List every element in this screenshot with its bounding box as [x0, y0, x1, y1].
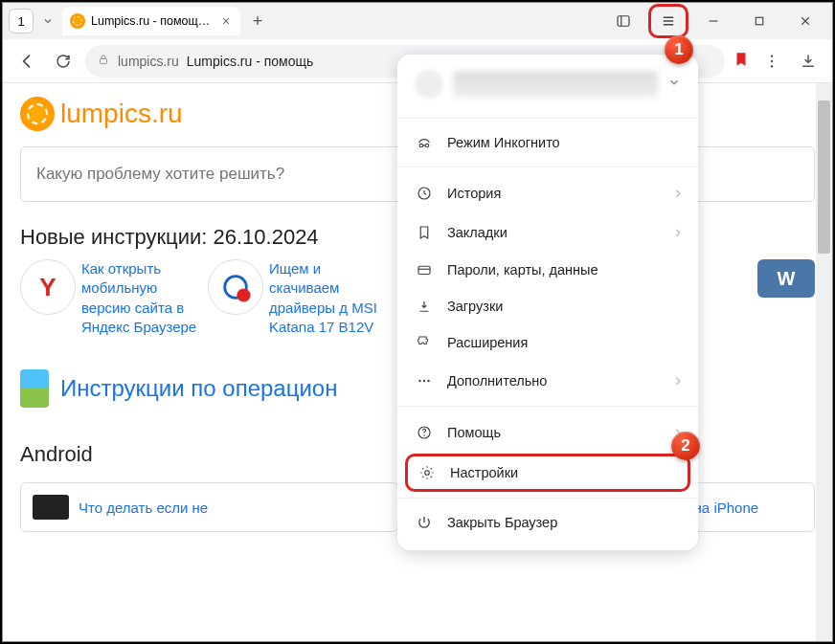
bookmark-icon: [415, 224, 434, 241]
history-icon: [415, 185, 434, 202]
downloads-button[interactable]: [794, 47, 823, 76]
chevron-right-icon: ›: [675, 370, 681, 390]
browser-tab[interactable]: Lumpics.ru - помощь с ×: [62, 7, 240, 35]
menu-label: Закладки: [447, 225, 508, 240]
tab-count[interactable]: 1: [9, 9, 34, 33]
scrollbar[interactable]: [816, 83, 832, 641]
svg-rect-9: [101, 58, 107, 63]
power-icon: [415, 514, 434, 531]
svg-point-15: [419, 144, 422, 146]
more-actions-button[interactable]: [757, 47, 786, 76]
menu-history[interactable]: История ›: [397, 173, 698, 212]
dots-icon: [415, 372, 434, 389]
logo-text: lumpics.ru: [60, 99, 183, 129]
new-tab-button[interactable]: +: [244, 8, 271, 34]
menu-label: Расширения: [447, 335, 528, 350]
menu-help[interactable]: Помощь ›: [397, 412, 698, 452]
svg-point-11: [771, 59, 773, 61]
menu-label: Режим Инкогнито: [447, 135, 560, 150]
profile-name-blurred: [453, 71, 658, 98]
os-link-text: Инструкции по операцион: [60, 375, 337, 402]
incognito-icon: [415, 134, 434, 151]
menu-label: Дополнительно: [447, 373, 547, 389]
callout-1: 1: [665, 35, 693, 64]
article-card[interactable]: Ищем и скачиваем драйверы д MSI Katana 1…: [208, 259, 390, 337]
menu-separator: [397, 167, 698, 167]
vk-button[interactable]: W: [757, 259, 815, 298]
help-icon: [415, 424, 434, 441]
menu-label: Загрузки: [447, 299, 503, 314]
menu-label: Настройки: [450, 465, 518, 480]
svg-point-21: [418, 379, 420, 381]
main-menu-button[interactable]: [655, 9, 682, 33]
bookmark-icon[interactable]: [733, 49, 750, 74]
callout-2: 2: [671, 432, 700, 460]
close-window-button[interactable]: [784, 4, 826, 38]
main-menu-dropdown: Режим Инкогнито История › Закладки › Пар…: [397, 55, 698, 550]
svg-point-25: [423, 434, 425, 436]
svg-point-14: [237, 288, 250, 301]
back-button[interactable]: [12, 47, 41, 76]
avatar-icon: [415, 70, 443, 99]
url-title: Lumpics.ru - помощь: [187, 54, 314, 69]
puzzle-icon: [415, 334, 434, 351]
minimize-button[interactable]: [692, 4, 734, 38]
article-thumb-icon: [33, 495, 69, 520]
menu-incognito[interactable]: Режим Инкогнито: [397, 124, 698, 161]
menu-more[interactable]: Дополнительно ›: [397, 361, 698, 400]
titlebar: 1 Lumpics.ru - помощь с × +: [3, 3, 832, 39]
article-link: Ищем и скачиваем драйверы д MSI Katana 1…: [269, 259, 390, 337]
reload-button[interactable]: [49, 47, 78, 76]
os-icon: [20, 369, 49, 408]
main-menu-highlight: [648, 4, 688, 38]
menu-label: История: [447, 186, 501, 201]
svg-rect-6: [756, 17, 763, 25]
menu-label: Закрыть Браузер: [447, 515, 557, 530]
svg-point-10: [771, 55, 773, 56]
svg-rect-19: [418, 266, 430, 274]
menu-downloads[interactable]: Загрузки: [397, 288, 698, 324]
scroll-thumb[interactable]: [818, 100, 830, 254]
tab-favicon-icon: [70, 13, 85, 29]
menu-separator: [397, 406, 698, 407]
chevron-right-icon: ›: [675, 183, 681, 203]
svg-point-22: [423, 379, 425, 381]
chevron-right-icon: ›: [675, 222, 681, 242]
driver-icon: [208, 259, 263, 315]
lock-icon: [97, 53, 110, 70]
logo-icon: [20, 97, 55, 131]
svg-rect-0: [618, 16, 629, 27]
menu-close-browser[interactable]: Закрыть Браузер: [397, 504, 698, 541]
svg-point-12: [771, 65, 773, 67]
chevron-down-icon: [667, 76, 681, 93]
menu-bookmarks[interactable]: Закладки ›: [397, 212, 698, 252]
menu-separator: [397, 118, 698, 119]
menu-separator: [397, 498, 698, 499]
article-link: Что делать если не: [79, 500, 208, 516]
menu-settings[interactable]: Настройки: [405, 454, 690, 492]
maximize-button[interactable]: [738, 4, 780, 38]
close-tab-icon[interactable]: ×: [219, 14, 233, 28]
gear-icon: [418, 464, 437, 481]
download-icon: [415, 298, 434, 315]
menu-profile[interactable]: [397, 70, 698, 112]
url-host: lumpics.ru: [118, 54, 179, 69]
svg-point-16: [425, 144, 428, 146]
article-link: Как открыть мобильную версию сайта в Янд…: [81, 259, 202, 337]
article-card[interactable]: Y Как открыть мобильную версию сайта в Я…: [20, 259, 202, 337]
menu-label: Помощь: [447, 425, 501, 440]
menu-label: Пароли, карты, данные: [447, 262, 598, 278]
tab-list-dropdown[interactable]: [37, 9, 58, 33]
sidebar-toggle-icon[interactable]: [602, 4, 644, 38]
yandex-icon: Y: [20, 259, 76, 315]
svg-point-26: [425, 471, 430, 476]
svg-point-23: [427, 379, 429, 381]
menu-passwords[interactable]: Пароли, карты, данные: [397, 252, 698, 288]
menu-extensions[interactable]: Расширения: [397, 324, 698, 361]
card-icon: [415, 261, 434, 278]
platform-android-heading: Android: [20, 442, 398, 467]
tab-title: Lumpics.ru - помощь с: [91, 14, 214, 28]
platform-article[interactable]: Что делать если не: [20, 482, 398, 532]
